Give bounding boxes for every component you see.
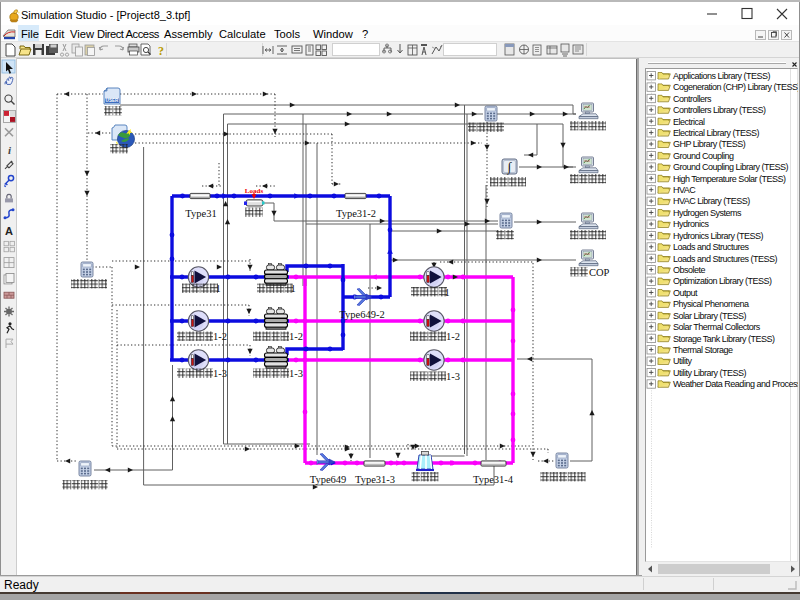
svg-text:Cogeneration (CHP) Library (TE: Cogeneration (CHP) Library (TESS)	[673, 82, 798, 92]
svg-text:i: i	[8, 144, 12, 156]
svg-text:Type31-4: Type31-4	[473, 474, 514, 485]
svg-text:HVAC Library (TESS): HVAC Library (TESS)	[673, 196, 750, 206]
svg-text:GHP Library (TESS): GHP Library (TESS)	[673, 139, 746, 149]
svg-text:Solar Thermal Collectors: Solar Thermal Collectors	[673, 322, 761, 332]
svg-text:1: 1	[215, 283, 220, 294]
svg-text:Applications Library (TESS): Applications Library (TESS)	[673, 71, 771, 81]
svg-text:Loads and Structures: Loads and Structures	[673, 242, 750, 252]
svg-text:High Temperature Solar (TESS): High Temperature Solar (TESS)	[673, 174, 786, 184]
svg-text:Utility: Utility	[673, 356, 692, 366]
svg-text:1: 1	[290, 283, 295, 294]
svg-text:A: A	[5, 225, 13, 237]
svg-text:Optimization Library (TESS): Optimization Library (TESS)	[673, 276, 772, 286]
svg-text:?: ?	[158, 44, 164, 58]
svg-text:Controllers Library (TESS): Controllers Library (TESS)	[673, 105, 766, 115]
svg-text:Type31-2: Type31-2	[336, 208, 376, 219]
svg-text:1-3: 1-3	[213, 368, 227, 379]
svg-text:Type649-2: Type649-2	[339, 309, 384, 320]
svg-text:Output: Output	[673, 288, 698, 298]
svg-text:Type649: Type649	[310, 474, 347, 485]
svg-text:Hydrogen Systems: Hydrogen Systems	[673, 208, 742, 218]
svg-text:Utility Library (TESS): Utility Library (TESS)	[673, 368, 747, 378]
svg-text:1-2: 1-2	[446, 331, 460, 342]
svg-text:Electrical: Electrical	[673, 117, 705, 127]
svg-text:Controllers: Controllers	[673, 94, 712, 104]
svg-text:Obsolete: Obsolete	[673, 265, 706, 275]
svg-text:Weather Data Reading and Proce: Weather Data Reading and Process	[673, 379, 798, 389]
svg-text:1-2: 1-2	[213, 331, 227, 342]
svg-text:USER: USER	[106, 98, 119, 103]
svg-text:Ground Coupling: Ground Coupling	[673, 151, 734, 161]
svg-text:Hydronics: Hydronics	[673, 219, 710, 229]
svg-text:Ground Coupling Library (TESS): Ground Coupling Library (TESS)	[673, 162, 789, 172]
svg-text:Electrical Library (TESS): Electrical Library (TESS)	[673, 128, 760, 138]
svg-text:COP: COP	[589, 267, 610, 278]
svg-text:Type31-3: Type31-3	[355, 474, 395, 485]
svg-text:Type31: Type31	[185, 208, 216, 219]
svg-text:Loads and Structures (TESS): Loads and Structures (TESS)	[673, 254, 778, 264]
svg-text:1-2: 1-2	[289, 331, 303, 342]
svg-text:Physical Phenomena: Physical Phenomena	[673, 299, 749, 309]
svg-text:Hydronics Library (TESS): Hydronics Library (TESS)	[673, 231, 764, 241]
svg-text:Storage Tank Library (TESS): Storage Tank Library (TESS)	[673, 334, 775, 344]
svg-text:Thermal Storage: Thermal Storage	[673, 345, 733, 355]
svg-text:HVAC: HVAC	[673, 185, 696, 195]
svg-text:1: 1	[444, 287, 449, 298]
svg-text:1-3: 1-3	[446, 371, 460, 382]
svg-text:Solar Library (TESS): Solar Library (TESS)	[673, 311, 747, 321]
svg-text:1-3: 1-3	[289, 368, 303, 379]
